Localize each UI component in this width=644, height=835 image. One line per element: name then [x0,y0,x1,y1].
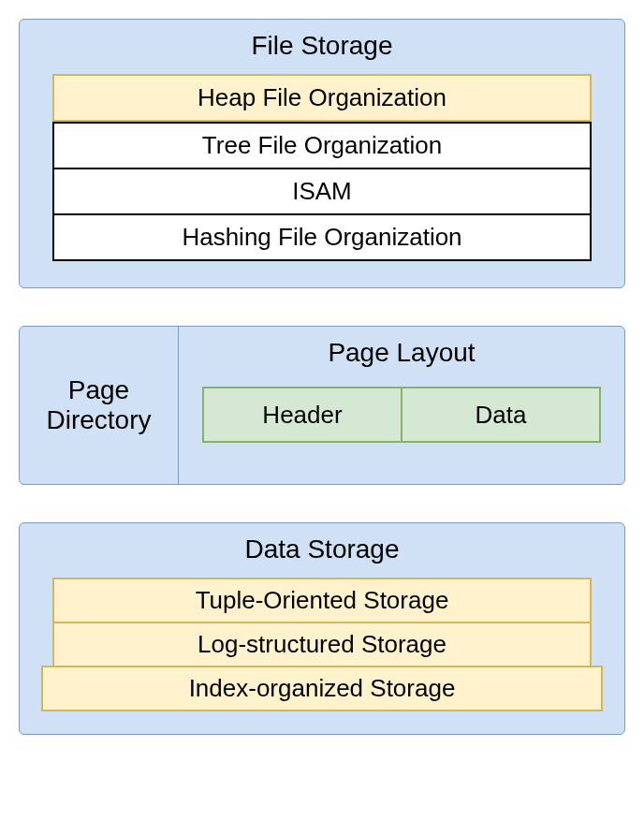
ds-log-structured: Log-structured Storage [52,622,592,667]
data-storage-list: Tuple-Oriented Storage Log-structured St… [52,578,592,711]
page-layout-title: Page Layout [202,338,601,368]
ds-tuple-oriented: Tuple-Oriented Storage [52,578,592,623]
file-org-heap: Heap File Organization [52,74,592,122]
page-layout-container: Page Directory Page Layout Header Data [19,326,625,485]
file-storage-title: File Storage [52,31,592,61]
file-storage-block: File Storage Heap File Organization Tree… [19,19,625,288]
data-storage-title: Data Storage [52,535,592,564]
page-layout-row: Header Data [202,387,601,443]
data-storage-block: Data Storage Tuple-Oriented Storage Log-… [19,522,625,735]
ds-index-organized: Index-organized Storage [41,666,602,711]
file-org-tree: Tree File Organization [52,122,592,169]
file-org-isam: ISAM [52,169,592,215]
page-cell-data: Data [402,387,601,443]
page-layout-box: Page Layout Header Data [179,327,624,484]
page-cell-header: Header [202,387,402,443]
file-storage-list: Heap File Organization Tree File Organiz… [52,74,592,261]
page-directory-box: Page Directory [20,327,179,484]
file-org-hashing: Hashing File Organization [52,215,592,261]
